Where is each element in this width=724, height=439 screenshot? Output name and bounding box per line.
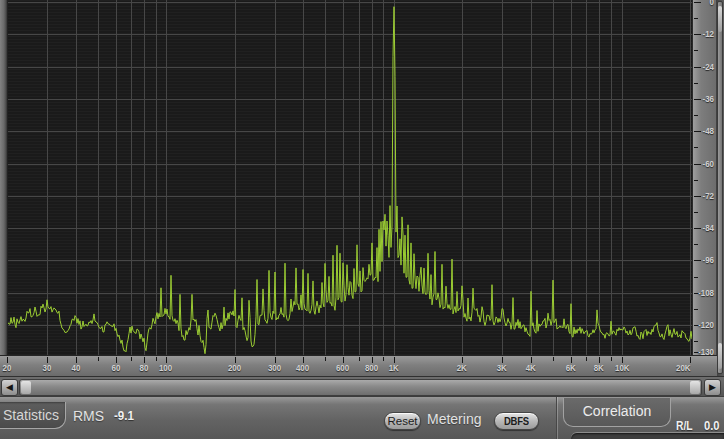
db-tick bbox=[694, 50, 698, 51]
freq-tick-label: 10K bbox=[607, 363, 637, 374]
plot-left-frame bbox=[0, 0, 8, 355]
spectrum-trace bbox=[8, 7, 692, 354]
horizontal-thumb-left-cap bbox=[21, 381, 31, 394]
db-tick-label: 0 bbox=[693, 0, 714, 7]
freq-tick-label: 20 bbox=[0, 363, 22, 374]
horizontal-scrollbar-thumb[interactable] bbox=[19, 379, 702, 396]
correlation-meter-tab[interactable]: Correlation Meter bbox=[563, 398, 671, 427]
metering-label: Metering bbox=[427, 411, 481, 427]
freq-tick-label: 100 bbox=[151, 363, 181, 374]
db-tick bbox=[694, 309, 698, 310]
freq-tick-label: 30 bbox=[32, 363, 62, 374]
freq-tick-label: 3K bbox=[487, 363, 517, 374]
db-tick-label: -60 bbox=[693, 159, 714, 169]
db-tick bbox=[694, 147, 698, 148]
freq-tick bbox=[359, 357, 360, 361]
db-ruler[interactable]: 0-12-24-36-48-60-72-84-96-108-120-130 bbox=[692, 0, 716, 356]
db-tick-label: -96 bbox=[693, 255, 714, 265]
spectrum-plot-area[interactable] bbox=[8, 0, 692, 355]
freq-tick bbox=[586, 357, 587, 361]
db-tick bbox=[694, 83, 698, 84]
db-tick-label: -24 bbox=[693, 62, 714, 72]
spectrum-analyzer-window: 0-12-24-36-48-60-72-84-96-108-120-130 20… bbox=[0, 0, 724, 439]
freq-tick bbox=[156, 357, 157, 361]
freq-tick bbox=[325, 357, 326, 361]
db-tick-label: -84 bbox=[693, 223, 714, 233]
rms-value: -9.1 bbox=[114, 408, 137, 423]
scroll-left-icon: ◀ bbox=[6, 382, 13, 392]
frequency-ruler[interactable]: 20304060801002003004006008001K2K3K4K6K8K… bbox=[0, 355, 717, 376]
channel-label: R/L bbox=[676, 419, 695, 433]
correlation-meter-display bbox=[571, 433, 724, 439]
scroll-left-button[interactable]: ◀ bbox=[1, 379, 18, 396]
reset-button[interactable]: Reset bbox=[384, 412, 421, 430]
db-tick bbox=[694, 115, 698, 116]
horizontal-scrollbar[interactable]: ◀ ▶ bbox=[0, 376, 724, 397]
db-tick-label: -12 bbox=[693, 29, 714, 39]
freq-tick bbox=[553, 357, 554, 361]
freq-tick-label: 6K bbox=[556, 363, 586, 374]
db-tick-label: -120 bbox=[693, 320, 714, 330]
statistics-tab-label: Statistics bbox=[3, 407, 59, 423]
db-tick-label: -72 bbox=[693, 191, 714, 201]
db-tick bbox=[694, 277, 698, 278]
correlation-value: 0.0 bbox=[704, 418, 722, 433]
vertical-scrollbar[interactable] bbox=[716, 0, 724, 376]
freq-tick-label: 400 bbox=[288, 363, 318, 374]
db-tick bbox=[694, 341, 698, 342]
vertical-thumb-bottom-cap bbox=[718, 343, 722, 369]
freq-tick-label: 40 bbox=[61, 363, 91, 374]
db-tick-label: -36 bbox=[693, 94, 714, 104]
horizontal-thumb-right-cap bbox=[690, 381, 700, 394]
statusbar-divider bbox=[556, 397, 557, 439]
freq-tick bbox=[611, 357, 612, 361]
freq-tick bbox=[383, 357, 384, 361]
spectrum-canvas bbox=[8, 0, 692, 355]
scroll-right-icon: ▶ bbox=[709, 382, 716, 392]
freq-tick-label: 600 bbox=[328, 363, 358, 374]
statistics-tab[interactable]: Statistics bbox=[0, 402, 66, 429]
metering-mode-button[interactable]: DBFS bbox=[494, 412, 539, 430]
freq-tick-label: 200 bbox=[220, 363, 250, 374]
vertical-scrollbar-thumb[interactable] bbox=[717, 1, 723, 374]
freq-tick-label: 60 bbox=[101, 363, 131, 374]
freq-tick-label: 4K bbox=[516, 363, 546, 374]
freq-tick-label: 2K bbox=[447, 363, 477, 374]
status-bar: Statistics RMS -9.1 Reset Metering DBFS … bbox=[0, 396, 724, 439]
db-tick bbox=[694, 18, 698, 19]
db-tick bbox=[694, 212, 698, 213]
freq-tick-label: 300 bbox=[260, 363, 290, 374]
freq-tick-label: 1K bbox=[379, 363, 409, 374]
db-tick-label: -108 bbox=[693, 288, 714, 298]
db-tick bbox=[694, 244, 698, 245]
db-tick bbox=[694, 180, 698, 181]
vertical-thumb-top-cap bbox=[718, 6, 722, 32]
rms-label: RMS bbox=[73, 408, 104, 424]
freq-tick bbox=[98, 357, 99, 361]
scroll-right-button[interactable]: ▶ bbox=[704, 379, 721, 396]
freq-tick-label: 20K bbox=[662, 363, 692, 374]
db-tick-label: -48 bbox=[693, 126, 714, 136]
freq-tick bbox=[131, 357, 132, 361]
